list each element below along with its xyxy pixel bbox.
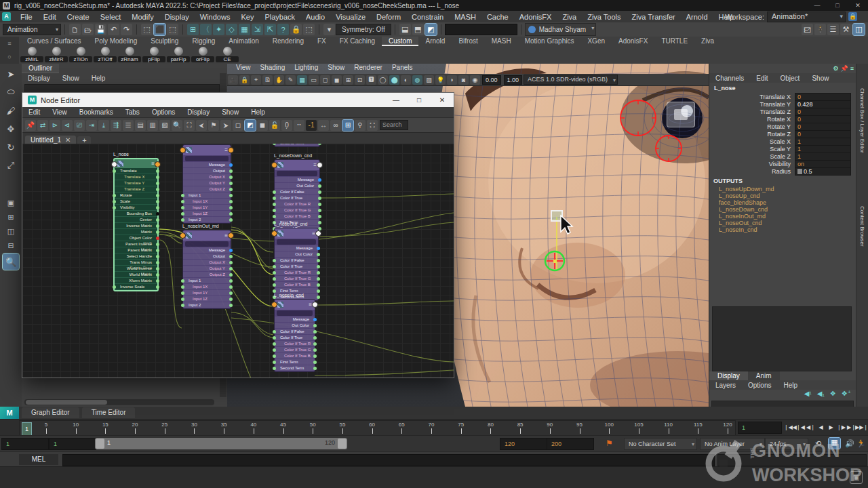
node-header[interactable]: ≡ — [183, 230, 231, 241]
xray-icon[interactable]: ▨ — [424, 75, 434, 85]
channel-name[interactable]: Scale Y — [709, 146, 795, 152]
node-attr-message[interactable]: Message — [183, 247, 231, 253]
output-port[interactable] — [229, 273, 233, 277]
node-attr-second-term[interactable]: Second Term — [275, 144, 319, 146]
graph-output-icon[interactable]: ⤓ — [98, 120, 109, 131]
film-gate-icon[interactable]: ▭ — [309, 75, 319, 85]
node-search-input[interactable]: Search — [380, 120, 408, 130]
tab-close-icon[interactable]: ✕ — [65, 136, 71, 144]
node-attr-output-z[interactable]: Output Z — [183, 272, 231, 277]
output-port[interactable] — [229, 194, 233, 197]
node-attr-parent-inverse-matrix[interactable]: Parent Inverse Matrix — [115, 241, 157, 247]
shelf-tab[interactable]: TURTLE — [654, 37, 694, 46]
output-port[interactable] — [313, 354, 317, 358]
auto-key-icon[interactable]: ▦ — [829, 438, 840, 449]
gate-mask-icon[interactable]: ◼ — [332, 75, 342, 85]
input-port[interactable] — [273, 367, 276, 370]
shelf-tab[interactable]: Motion Graphics — [518, 37, 581, 46]
output-port[interactable] — [156, 267, 159, 270]
node-attr-inverse-matrix[interactable]: Inverse Matrix — [115, 223, 157, 228]
channel-box-menu-item[interactable]: Channels — [709, 75, 750, 82]
node-attr-output[interactable]: Output — [183, 253, 231, 259]
remove-from-graph-icon[interactable]: ⊲ — [62, 120, 73, 131]
menu-item[interactable]: Arnold — [681, 13, 713, 21]
node-rename-field[interactable] — [185, 156, 229, 161]
menu-item[interactable]: MASH — [449, 13, 481, 21]
playback-button[interactable]: ▶ — [826, 421, 836, 433]
tool-settings-icon[interactable]: ⚒ — [840, 24, 852, 35]
workspace-lock-icon[interactable]: 🔒 — [848, 12, 857, 21]
shelf-button[interactable]: zMirL — [20, 46, 43, 64]
output-port[interactable] — [229, 169, 233, 173]
node-attr-color-if-true[interactable]: Color If True — [275, 195, 319, 201]
modeling-toolkit-icon[interactable]: 🗠 — [802, 24, 813, 35]
menu-item[interactable]: Constrain — [406, 13, 449, 21]
add-to-graph-icon[interactable]: ⊳ — [50, 120, 60, 131]
outliner-menu-item[interactable]: Show — [56, 75, 85, 82]
node-header[interactable]: ≡ — [115, 159, 157, 168]
node-attr-visibility[interactable]: Visibility — [115, 205, 157, 210]
output-port[interactable] — [313, 330, 317, 333]
current-frame-render-icon[interactable]: ⬒ — [412, 24, 424, 35]
shelf-options-column[interactable]: ≡○ — [0, 37, 19, 64]
node-attr-color-if-false[interactable]: Color If False — [275, 258, 318, 263]
output-port[interactable] — [156, 255, 159, 258]
node-attr-output-x[interactable]: Output X — [183, 260, 231, 265]
field-chart-icon[interactable]: ⊞ — [343, 75, 353, 85]
connection-full-icon[interactable]: ◼ — [257, 120, 268, 131]
shelf-tab[interactable]: XGen — [580, 37, 612, 46]
input-port[interactable] — [181, 298, 184, 301]
attribute-editor-icon[interactable]: ☰ — [827, 24, 839, 35]
output-node-item[interactable]: L_noseOut_cnd — [709, 220, 856, 226]
snap-to-grid-icon[interactable]: ⊞ — [187, 24, 199, 35]
menu-item[interactable]: Ziva — [557, 13, 582, 21]
input-port[interactable] — [113, 206, 116, 209]
lighting-icon[interactable]: 💡 — [435, 75, 446, 85]
select-by-hierarchy-icon[interactable]: ⬚ — [141, 24, 153, 35]
shelf-tab[interactable]: Poly Modeling — [87, 37, 144, 46]
node-attr-color-if-true-r[interactable]: Color If True R — [275, 201, 319, 207]
input-port[interactable] — [273, 265, 276, 268]
node-editor-menu-item[interactable]: Bookmarks — [73, 108, 119, 116]
node-attr-output-y[interactable]: Output Y — [183, 266, 231, 271]
pin-icon[interactable]: 📌 — [25, 120, 36, 131]
safe-action-icon[interactable]: ⊡ — [355, 75, 365, 85]
input-port[interactable] — [273, 215, 276, 218]
bottom-tab[interactable]: Time Editor — [82, 407, 136, 418]
output-port[interactable] — [156, 237, 159, 240]
shelf-tab[interactable]: Ziva — [694, 37, 721, 46]
input-port[interactable] — [113, 200, 116, 203]
output-port[interactable] — [229, 163, 233, 167]
output-port[interactable] — [318, 209, 321, 212]
node-attr-rotate[interactable]: Rotate — [115, 192, 157, 198]
open-scene-icon[interactable]: 🗁 — [82, 24, 94, 35]
menu-item[interactable]: Cache — [481, 13, 514, 21]
viewport-menu-item[interactable]: Panels — [387, 64, 418, 74]
node-attr-input-1y[interactable]: Input 1Y — [183, 290, 231, 296]
node-attr-object-color-rgb[interactable]: Object Color RGB — [115, 235, 157, 241]
node-editor-menu-item[interactable]: Help — [245, 108, 271, 116]
output-connections-icon[interactable]: ⇱ — [264, 24, 276, 35]
node-attr-message[interactable]: Message — [275, 245, 318, 251]
new-scene-icon[interactable]: 🗋 — [69, 24, 81, 35]
node-attr-select-handle[interactable]: Select Handle — [115, 253, 157, 259]
marquee-icon[interactable]: ⛚ — [367, 120, 378, 131]
menu-item[interactable]: File — [15, 13, 38, 21]
input-port[interactable] — [113, 285, 116, 289]
node-header[interactable]: ≡ — [183, 145, 231, 155]
input-port[interactable] — [273, 277, 276, 281]
input-port[interactable] — [273, 197, 276, 200]
menu-item[interactable]: Visualize — [330, 13, 371, 21]
output-port[interactable] — [318, 190, 321, 194]
node-attr-color-if-true-g[interactable]: Color If True G — [275, 207, 319, 213]
channel-box-menu-item[interactable]: Show — [806, 75, 835, 82]
node-attr-color-if-true-r[interactable]: Color If True R — [275, 341, 315, 346]
channel-box-icon[interactable]: ◫ — [853, 24, 865, 35]
layer-tab-display[interactable]: Display — [709, 371, 748, 380]
output-port[interactable] — [156, 224, 159, 228]
output-port[interactable] — [313, 318, 317, 321]
paint-select-tool-icon[interactable]: 🖌 — [3, 102, 19, 119]
output-port[interactable] — [229, 255, 233, 258]
output-port[interactable] — [229, 267, 233, 270]
node-attr-xform-matrix[interactable]: Xform Matrix — [115, 278, 157, 283]
